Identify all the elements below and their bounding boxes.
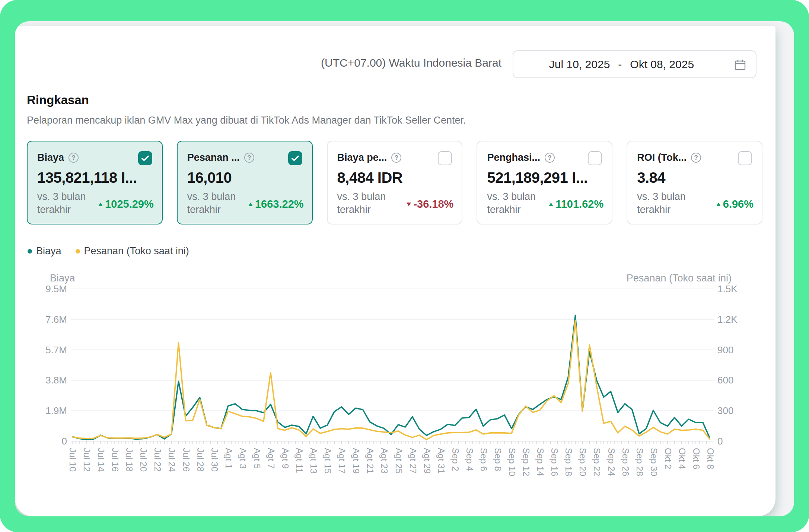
y-axis-label-left: 7.6M (30, 313, 67, 325)
x-axis-label: Agt 5 (251, 448, 262, 498)
x-axis-label: Agt 23 (378, 448, 389, 498)
x-axis-label: Agt 7 (265, 448, 276, 498)
x-axis-label: Sep 14 (534, 448, 545, 498)
y-axis-label-right: 1.5K (717, 283, 758, 295)
x-axis-label: Jul 24 (166, 448, 177, 498)
x-axis-label: Sep 26 (620, 448, 631, 498)
x-axis-label: Jul 30 (208, 448, 220, 498)
x-axis-label: Agt 29 (421, 448, 432, 498)
y-axis-label-right: 1.2K (717, 313, 758, 325)
y-axis-label-left: 0 (30, 435, 67, 447)
x-axis-label: Sep 28 (634, 448, 645, 498)
x-axis-label: Jul 28 (194, 448, 206, 498)
app-frame: (UTC+07.00) Waktu Indonesia Barat Jul 10… (0, 0, 809, 532)
x-axis-label: Agt 17 (336, 448, 347, 498)
x-axis-label: Jul 18 (123, 448, 134, 498)
page-background: (UTC+07.00) Waktu Indonesia Barat Jul 10… (15, 21, 794, 516)
x-axis-label: Agt 31 (435, 448, 446, 498)
x-axis-label: Agt 1 (223, 448, 234, 498)
x-axis-label: Agt 25 (393, 448, 404, 498)
x-axis-label: Sep 10 (506, 448, 517, 498)
x-axis-label: Agt 3 (237, 448, 248, 498)
y-axis-label-left: 5.7M (30, 344, 67, 356)
y-axis-label-left: 1.9M (30, 405, 67, 417)
x-axis-label: Sep 16 (548, 448, 560, 498)
x-axis-label: Agt 11 (293, 448, 305, 498)
x-axis-label: Agt 21 (364, 448, 375, 498)
x-axis-label: Okt 4 (676, 448, 687, 498)
y-axis-label-right: 0 (717, 435, 758, 447)
x-axis-label: Sep 20 (577, 448, 588, 498)
x-axis-label: Agt 27 (407, 448, 418, 498)
x-axis-label: Sep 18 (563, 448, 574, 498)
x-axis-label: Okt 2 (662, 448, 673, 498)
y-axis-label-left: 3.8M (30, 374, 67, 386)
y-axis-label-right: 600 (717, 374, 758, 386)
x-axis-label: Jul 10 (67, 448, 78, 498)
x-axis-label: Sep 30 (648, 448, 659, 498)
x-axis-label: Sep 12 (520, 448, 531, 498)
y-axis-label-right: 900 (717, 344, 758, 356)
y-axis-label-left: 9.5M (30, 283, 67, 295)
x-axis-label: Jul 20 (137, 448, 149, 498)
x-axis-label: Jul 26 (180, 448, 191, 498)
x-axis-label: Sep 8 (492, 448, 503, 498)
x-axis-label: Sep 22 (591, 448, 602, 498)
y-axis-label-right: 300 (717, 405, 758, 417)
x-axis-label: Jul 22 (152, 448, 163, 498)
x-axis-label: Jul 12 (81, 448, 92, 498)
x-axis-label: Agt 15 (322, 448, 333, 498)
x-axis-label: Okt 6 (690, 448, 701, 498)
x-axis-label: Agt 19 (350, 448, 361, 498)
x-axis-label: Jul 16 (109, 448, 120, 498)
series-biaya (72, 315, 710, 440)
x-axis-label: Agt 9 (279, 448, 290, 498)
x-axis-label: Jul 14 (95, 448, 106, 498)
x-axis-label: Sep 4 (464, 448, 475, 498)
x-axis-label: Sep 6 (478, 448, 489, 498)
x-axis-label: Sep 24 (605, 448, 617, 498)
chart-canvas (15, 26, 775, 516)
content-panel: (UTC+07.00) Waktu Indonesia Barat Jul 10… (15, 26, 775, 516)
x-axis-label: Okt 8 (704, 448, 716, 498)
x-axis-label: Agt 13 (308, 448, 319, 498)
x-axis-label: Sep 2 (449, 448, 461, 498)
